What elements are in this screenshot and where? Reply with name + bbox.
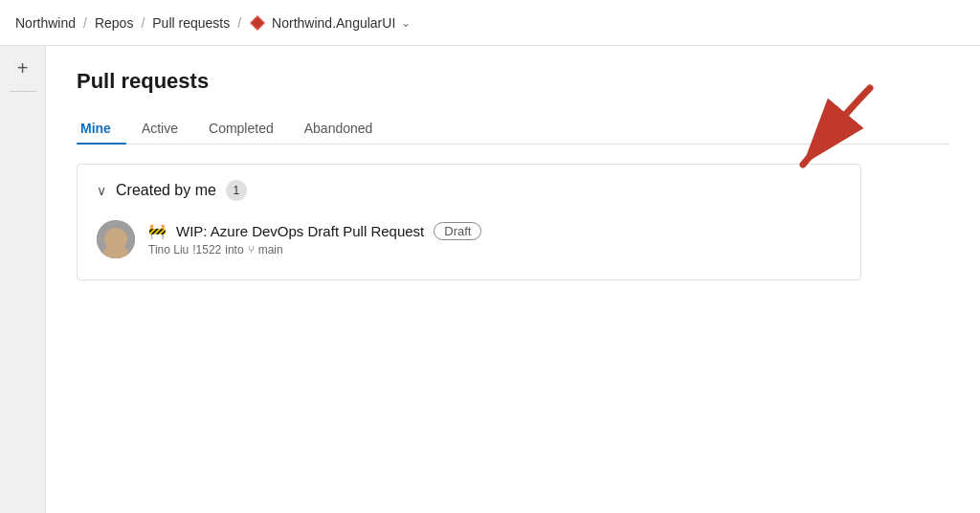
pr-meta: Tino Liu !1522 into ⑂ main [148,243,841,256]
section-title: Created by me [116,182,216,199]
pr-card: ∨ Created by me 1 [77,164,861,280]
pr-info: 🚧 WIP: Azure DevOps Draft Pull Request D… [148,222,841,256]
pr-request-id: !1522 [192,243,221,256]
tabs-bar: Mine Active Completed Abandoned [77,113,949,145]
top-nav: Northwind / Repos / Pull requests / Nort… [0,0,980,46]
nav-repo-name[interactable]: Northwind.AngularUI ⌄ [249,14,411,32]
body-layout: + Pull requests Mine Active Completed Ab… [0,46,980,513]
pr-branch: main [258,243,283,256]
pr-into-text: into [225,243,243,256]
pr-title-row: 🚧 WIP: Azure DevOps Draft Pull Request D… [148,222,841,240]
nav-repos[interactable]: Repos [95,15,133,31]
tab-active[interactable]: Active [126,113,193,144]
nav-sep-1: / [83,15,87,31]
left-sidebar: + [0,46,46,513]
tab-mine[interactable]: Mine [77,113,126,144]
repo-name-text: Northwind.AngularUI [272,15,395,31]
svg-point-5 [109,229,122,242]
repo-icon [249,14,266,32]
nav-pull-requests[interactable]: Pull requests [152,15,230,31]
sidebar-divider [10,91,36,92]
nav-sep-2: / [141,15,145,31]
pr-title[interactable]: WIP: Azure DevOps Draft Pull Request [176,223,424,239]
plus-icon[interactable]: + [17,57,29,79]
avatar-image [97,220,135,258]
main-content: Pull requests Mine Active Completed Aban… [46,46,980,513]
page-title: Pull requests [77,69,949,94]
pr-author: Tino Liu [148,243,189,256]
collapse-icon[interactable]: ∨ [97,183,106,198]
svg-marker-1 [252,17,263,29]
repo-dropdown-chevron[interactable]: ⌄ [401,16,411,30]
draft-badge: Draft [434,222,481,240]
avatar [97,220,135,258]
svg-point-4 [103,244,128,258]
nav-org[interactable]: Northwind [15,15,76,31]
section-count-badge: 1 [226,180,247,201]
tab-abandoned[interactable]: Abandoned [289,113,389,144]
nav-sep-3: / [237,15,241,31]
avatar-svg [97,220,135,258]
pr-list-item: 🚧 WIP: Azure DevOps Draft Pull Request D… [97,214,841,264]
card-header: ∨ Created by me 1 [97,180,841,201]
svg-point-3 [109,229,122,242]
pr-emoji: 🚧 [148,223,167,240]
branch-icon: ⑂ [248,243,255,256]
tab-completed[interactable]: Completed [193,113,289,144]
